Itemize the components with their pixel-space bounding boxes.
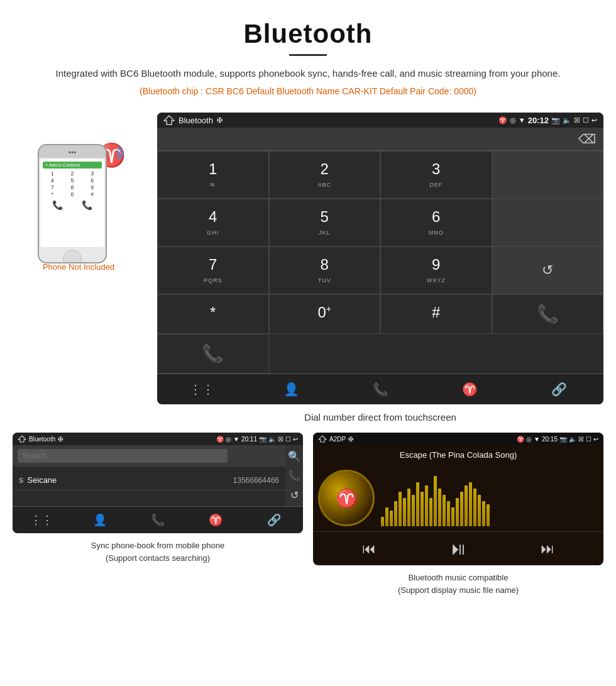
phone-body: ●●● + Add to Contacts 123 456 789 *0# 📞 … [38,144,107,263]
home-icon-small [18,435,26,443]
visualizer-bar [443,495,446,526]
phone-illustration: ♈ ●●● + Add to Contacts 123 456 789 [38,131,119,257]
search-action-icon[interactable]: 🔍 [288,450,300,462]
pb-contacts-icon[interactable]: 👤 [70,507,128,533]
visualizer-bar [465,485,468,526]
pb-camera-icon: 📷 [259,436,267,443]
visualizer-bar [412,495,415,526]
visualizer-bar [399,492,402,526]
key-8[interactable]: 8 TUV [269,246,381,294]
music-visualizer [381,470,598,526]
dialpad-app-name: Bluetooth [179,116,213,125]
title-underline [289,54,327,56]
key-0[interactable]: 0+ [269,294,381,334]
music-loc-icon: ◎ [526,436,532,443]
contact-name: Seicane [27,475,233,485]
music-usb-icon: ✠ [348,436,353,443]
key-call-green[interactable]: 📞 [492,294,604,334]
pb-grid-icon[interactable]: ⋮⋮ [13,507,70,533]
pb-bluetooth-icon[interactable]: ♈ [187,507,245,533]
page-description: Integrated with BC6 Bluetooth module, su… [38,66,578,81]
pb-vol-icon: 🔈 [268,436,276,443]
key-call-red[interactable]: 📞 [157,334,269,373]
key-9[interactable]: 9 WXYZ [380,246,492,294]
svg-marker-3 [319,436,326,442]
visualizer-bar [447,501,450,526]
phonebook-statusbar: Bluetooth ✠ ♈ ◎ ▼ 20:11 📷 🔈 ☒ ☐ ↩ [13,433,303,445]
link-icon[interactable]: 🔗 [514,374,603,404]
pb-signal-icon: ▼ [233,436,239,443]
dialpad-time: 20:12 [528,116,549,125]
visualizer-bar [434,476,437,526]
visualizer-bar [473,489,476,526]
phone-home-button[interactable] [63,250,82,263]
next-track-icon[interactable]: ⏭ [541,541,554,557]
music-caption-line1: Bluetooth music compatible [409,573,509,582]
window-icon: ☐ [583,116,589,124]
prev-track-icon[interactable]: ⏮ [362,541,376,557]
dialpad-statusbar: Bluetooth ✠ ♈ ◎ ▼ 20:12 📷 🔈 ☒ ☐ ↩ [157,113,603,128]
phonebook-usb-icon: ✠ [58,436,63,443]
signal-icon: ▼ [519,116,525,124]
visualizer-bar [469,482,472,526]
music-panel: A2DP ✠ ♈ ◎ ▼ 20:15 📷 🔈 ☒ ☐ ↩ Escape (The [313,433,603,565]
phone-not-included-label: Phone Not Included [43,262,114,272]
contact-number: 13566664466 [233,476,279,485]
pb-link-icon[interactable]: 🔗 [245,507,303,533]
music-back-icon: ↩ [593,436,598,443]
album-art: ♈ [318,470,375,526]
grid-icon[interactable]: ⋮⋮ [157,374,246,404]
music-caption: Bluetooth music compatible (Support disp… [313,572,603,596]
music-content: ♈ [313,465,603,531]
search-input[interactable] [18,449,228,463]
visualizer-bar [482,501,485,526]
key-star[interactable]: * [157,294,269,334]
pb-bt-icon: ♈ [216,436,224,443]
pb-back-icon: ↩ [293,436,298,443]
song-title: Escape (The Pina Colada Song) [400,450,517,460]
play-pause-icon[interactable]: ⏯ [449,538,467,559]
music-bluetooth-icon: ♈ [336,488,358,509]
contacts-icon[interactable]: 👤 [246,374,336,404]
visualizer-bar [403,498,406,526]
phonebook-app-name: Bluetooth [29,436,55,443]
visualizer-bar [394,501,397,526]
music-close-icon: ☒ [578,436,584,443]
svg-marker-2 [18,436,26,442]
key-empty-2 [492,199,604,246]
key-6[interactable]: 6 MNO [380,199,492,246]
phonebook-caption: Sync phone-book from mobile phone (Suppo… [13,539,303,564]
bluetooth-icon[interactable]: ♈ [425,374,514,404]
backspace-icon[interactable]: ⌫ [578,131,596,147]
visualizer-bar [438,489,441,526]
key-3[interactable]: 3 DEF [380,151,492,199]
key-hash[interactable]: # [380,294,492,334]
key-empty-1 [492,151,604,199]
key-reload[interactable]: ↺ [492,246,604,294]
visualizer-bar [478,495,481,526]
phone-screen: + Add to Contacts 123 456 789 *0# 📞 📞 [40,159,104,247]
key-5[interactable]: 5 JKL [269,199,381,246]
search-bar [13,445,285,467]
dialpad-screen: Bluetooth ✠ ♈ ◎ ▼ 20:12 📷 🔈 ☒ ☐ ↩ ⌫ [157,113,603,404]
visualizer-bar [460,492,463,526]
music-app-name: A2DP [329,436,346,443]
call-action-icon[interactable]: 📞 [288,470,300,482]
key-2[interactable]: 2 ABC [269,151,381,199]
visualizer-bar [421,492,424,526]
reload-action-icon[interactable]: ↺ [290,489,299,501]
key-7[interactable]: 7 PQRS [157,246,269,294]
phonebook-column: Bluetooth ✠ ♈ ◎ ▼ 20:11 📷 🔈 ☒ ☐ ↩ [13,433,303,596]
key-4[interactable]: 4 GHI [157,199,269,246]
visualizer-bar [381,517,384,526]
page-header: Bluetooth Integrated with BC6 Bluetooth … [0,0,616,113]
key-1[interactable]: 1 ✉ [157,151,269,199]
pb-close-icon: ☒ [278,436,283,443]
phone-top-bar: ●●● [39,145,106,158]
music-statusbar: A2DP ✠ ♈ ◎ ▼ 20:15 📷 🔈 ☒ ☐ ↩ [313,433,603,445]
dialpad-section: Bluetooth ✠ ♈ ◎ ▼ 20:12 📷 🔈 ☒ ☐ ↩ ⌫ [157,113,603,433]
phonebook-caption-line2: (Support contacts searching) [106,553,210,563]
pb-phone-icon[interactable]: 📞 [129,507,187,533]
phone-icon[interactable]: 📞 [336,374,425,404]
music-controls: ⏮ ⏯ ⏭ [313,531,603,565]
